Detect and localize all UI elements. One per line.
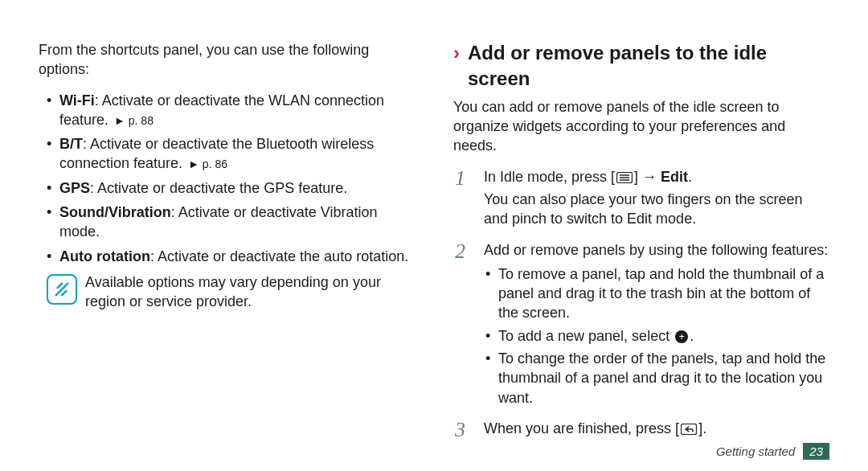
page-ref: ► p. 88 [114, 114, 154, 127]
sub-suffix: . [690, 328, 694, 344]
page-number: 23 [803, 443, 829, 460]
list-item: To add a new panel, select +. [484, 326, 829, 346]
step1-edit-label: Edit [661, 169, 688, 185]
note-block: Available options may vary depending on … [39, 272, 415, 312]
list-item: To remove a panel, tap and hold the thum… [484, 264, 829, 323]
option-desc: : Activate or deactivate the GPS feature… [90, 180, 347, 196]
step1-text-post: ] → [634, 169, 661, 185]
section-heading: › Add or remove panels to the idle scree… [453, 40, 829, 92]
list-item: GPS: Activate or deactivate the GPS feat… [39, 178, 415, 198]
footer-section: Getting started [716, 444, 795, 458]
step-2: Add or remove panels by using the follow… [453, 240, 829, 408]
plus-circle-icon: + [675, 330, 688, 343]
option-label: GPS [59, 180, 90, 196]
step-1: In Idle mode, press [ ] → Edit. You can … [453, 167, 829, 229]
page-footer: Getting started 23 [716, 443, 829, 460]
right-column: › Add or remove panels to the idle scree… [453, 40, 829, 471]
right-intro: You can add or remove panels of the idle… [453, 97, 829, 156]
option-label: Auto rotation [59, 248, 150, 264]
note-text: Available options may vary depending on … [85, 272, 415, 312]
step1-extra: You can also place your two fingers on t… [484, 190, 829, 229]
list-item: To change the order of the panels, tap a… [484, 349, 829, 408]
list-item: Auto rotation: Activate or deactivate th… [39, 247, 415, 266]
chevron-right-icon: › [453, 43, 460, 63]
sub-text: To add a new panel, select [498, 328, 674, 344]
step-3: When you are finished, press [ ]. [453, 419, 829, 438]
back-icon [681, 424, 697, 435]
menu-icon [616, 172, 633, 183]
option-desc: : Activate or deactivate the WLAN connec… [59, 92, 384, 128]
steps-list: In Idle mode, press [ ] → Edit. You can … [453, 167, 829, 439]
heading-text: Add or remove panels to the idle screen [468, 40, 829, 92]
page-ref: ► p. 86 [188, 158, 227, 170]
option-label: B/T [59, 136, 83, 152]
step3-text-pre: When you are finished, press [ [484, 420, 679, 436]
shortcut-options-list: Wi-Fi: Activate or deactivate the WLAN c… [39, 91, 415, 266]
step2-intro: Add or remove panels by using the follow… [484, 242, 828, 258]
step1-text-pre: In Idle mode, press [ [484, 169, 615, 185]
option-desc: : Activate or deactivate the auto rotati… [150, 248, 408, 264]
list-item: B/T: Activate or deactivate the Bluetoot… [39, 134, 415, 174]
step3-text-post: ]. [698, 420, 706, 436]
list-item: Sound/Vibration: Activate or deactivate … [39, 203, 415, 242]
manual-page: From the shortcuts panel, you can use th… [0, 0, 868, 471]
step2-sub-list: To remove a panel, tap and hold the thum… [484, 264, 829, 408]
list-item: Wi-Fi: Activate or deactivate the WLAN c… [39, 91, 415, 130]
option-label: Sound/Vibration [59, 204, 171, 220]
step1-period: . [688, 169, 692, 185]
left-column: From the shortcuts panel, you can use th… [39, 40, 415, 471]
info-icon [47, 274, 77, 305]
option-label: Wi-Fi [59, 92, 95, 109]
left-intro: From the shortcuts panel, you can use th… [39, 40, 415, 80]
